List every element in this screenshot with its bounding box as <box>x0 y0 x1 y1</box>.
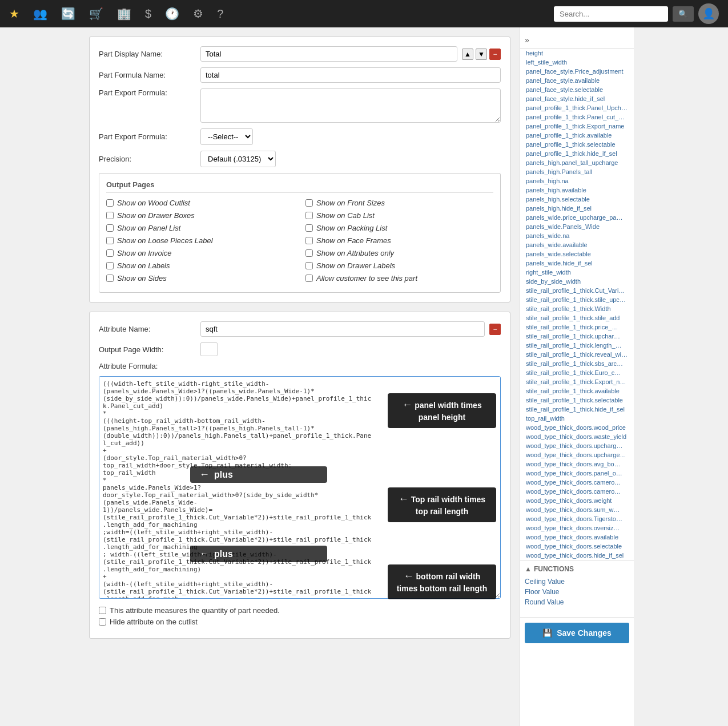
var-srp1-cut-var[interactable]: stile_rail_profile_1_thick.Cut_Variable <box>520 286 634 295</box>
var-panel-face-hide[interactable]: panel_face_style.hide_if_sel <box>520 94 634 103</box>
var-ph-hide[interactable]: panels_high.hide_if_sel <box>520 204 634 213</box>
var-srp1-upcharge-after[interactable]: stile_rail_profile_1_thick.upcharge_afte… <box>520 332 629 341</box>
delete-button[interactable]: − <box>489 49 501 60</box>
attr-delete-button[interactable]: − <box>489 324 501 335</box>
var-wt-hide[interactable]: wood_type_thick_doors.hide_if_sel <box>520 551 634 560</box>
var-srp1-euro-cut[interactable]: stile_rail_profile_1_thick.Euro_cut_vari… <box>520 368 629 377</box>
var-pw-selectable[interactable]: panels_wide.selectable <box>520 249 634 259</box>
var-panel-face-available[interactable]: panel_face_style.available <box>520 76 634 85</box>
var-srp1-add[interactable]: stile_rail_profile_1_thick.stile_add <box>520 313 634 322</box>
save-changes-button[interactable]: 💾 Save Changes <box>525 623 629 643</box>
cb-drawer-boxes[interactable]: Show on Drawer Boxes <box>106 211 294 220</box>
attr-name-input[interactable] <box>200 321 485 337</box>
var-pw-upcharge[interactable]: panels_wide.price_upcharge_panels_wide <box>520 213 629 222</box>
var-wt-oversize[interactable]: wood_type_thick_doors.oversize_price_bf <box>520 523 629 533</box>
nav-help-icon[interactable]: ? <box>217 7 223 21</box>
var-side-by-side[interactable]: side_by_side_width <box>520 277 634 286</box>
var-height[interactable]: height <box>520 49 634 58</box>
cb-drawer-labels[interactable]: Show on Drawer Labels <box>305 261 493 270</box>
sidebar-toggle[interactable]: » <box>520 32 634 49</box>
var-srp1-hide[interactable]: stile_rail_profile_1_thick.hide_if_sel <box>520 405 634 414</box>
var-pp1-export[interactable]: panel_profile_1_thick.Export_name <box>520 122 634 131</box>
var-ph-tall[interactable]: panels_high.Panels_tall <box>520 167 634 176</box>
formula-textarea[interactable]: (((width-left_stile_width-right_stile_wi… <box>99 376 501 599</box>
var-wt-panel-over[interactable]: wood_type_thick_doors.panel_oversize_fo <box>520 469 629 478</box>
var-ph-na[interactable]: panels_high.na <box>520 176 634 185</box>
var-pp1-available[interactable]: panel_profile_1_thick.available <box>520 131 634 140</box>
output-width-input[interactable] <box>200 342 218 356</box>
formula-name-input[interactable] <box>200 67 501 83</box>
var-top-rail[interactable]: top_rail_width <box>520 414 634 423</box>
var-wt-wood-price[interactable]: wood_type_thick_doors.wood_price <box>520 423 634 432</box>
var-right-stile[interactable]: right_stile_width <box>520 268 634 277</box>
var-wt-cameron-stile[interactable]: wood_type_thick_doors.cameron_stile_an <box>520 487 629 496</box>
var-wt-cameron-panel[interactable]: wood_type_thick_doors.cameron_panel_y <box>520 478 629 487</box>
nav-users-icon[interactable]: 👥 <box>33 7 47 21</box>
var-pp1-selectable[interactable]: panel_profile_1_thick.selectable <box>520 140 634 149</box>
nav-clock-icon[interactable]: 🕐 <box>165 7 179 21</box>
var-srp1-price-mult[interactable]: stile_rail_profile_1_thick.price_multipl… <box>520 322 629 332</box>
export-formula-select[interactable]: --Select-- <box>200 128 253 145</box>
search-input[interactable] <box>554 6 668 22</box>
var-wt-available[interactable]: wood_type_thick_doors.available <box>520 533 634 542</box>
cb-labels[interactable]: Show on Labels <box>106 261 294 270</box>
var-pw-wide[interactable]: panels_wide.Panels_Wide <box>520 222 634 231</box>
nav-dollar-icon[interactable]: $ <box>145 7 151 21</box>
nav-favorites-icon[interactable]: ★ <box>9 7 19 21</box>
var-wt-upcharge-per[interactable]: wood_type_thick_doors.upcharge_per_do <box>520 441 629 450</box>
var-ph-available[interactable]: panels_high.available <box>520 185 634 195</box>
var-panel-face-selectable[interactable]: panel_face_style.selectable <box>520 85 634 94</box>
var-srp1-stile-up[interactable]: stile_rail_profile_1_thick.stile_upcharg… <box>520 295 634 304</box>
cb-loose-pieces[interactable]: Show on Loose Pieces Label <box>106 236 294 245</box>
cb-qty-needed[interactable]: This attribute measures the quantity of … <box>99 606 501 615</box>
var-pw-na[interactable]: panels_wide.na <box>520 231 634 240</box>
cb-face-frames[interactable]: Show on Face Frames <box>305 236 493 245</box>
precision-select[interactable]: Default (.03125) <box>200 151 276 167</box>
var-srp1-length-add[interactable]: stile_rail_profile_1_thick.length_add_fo… <box>520 341 629 350</box>
var-wt-tigerstop[interactable]: wood_type_thick_doors.Tigerstop_Export <box>520 514 629 523</box>
var-wt-weight[interactable]: wood_type_thick_doors.weight <box>520 496 634 505</box>
var-pw-hide[interactable]: panels_wide.hide_if_sel <box>520 259 634 268</box>
search-button[interactable]: 🔍 <box>673 6 694 22</box>
nav-settings-icon[interactable]: ⚙ <box>193 7 203 21</box>
ceiling-value-link[interactable]: Ceiling Value <box>525 576 629 587</box>
var-srp1-selectable[interactable]: stile_rail_profile_1_thick.selectable <box>520 396 634 405</box>
var-wt-waste[interactable]: wood_type_thick_doors.waste_yield <box>520 432 634 441</box>
var-pp1-cut-add[interactable]: panel_profile_1_thick.Panel_cut_add <box>520 112 634 122</box>
export-formula-textarea[interactable] <box>200 88 501 123</box>
cb-front-sizes[interactable]: Show on Front Sizes <box>305 199 493 207</box>
var-pw-available[interactable]: panels_wide.available <box>520 240 634 249</box>
var-pp1-upcharge[interactable]: panel_profile_1_thick.Panel_Upcharge <box>520 103 634 112</box>
cb-panel-list[interactable]: Show on Panel List <box>106 224 294 232</box>
move-down-button[interactable]: ▼ <box>476 49 487 60</box>
var-srp1-export[interactable]: stile_rail_profile_1_thick.Export_name <box>520 377 634 386</box>
cb-sides[interactable]: Show on Sides <box>106 274 294 283</box>
var-srp1-width[interactable]: stile_rail_profile_1_thick.Width <box>520 304 634 313</box>
floor-value-link[interactable]: Floor Value <box>525 587 629 597</box>
cb-cab-list[interactable]: Show on Cab List <box>305 211 493 220</box>
var-ph-selectable[interactable]: panels_high.selectable <box>520 195 634 204</box>
cb-wood-cutlist[interactable]: Show on Wood Cutlist <box>106 199 294 207</box>
display-name-input[interactable] <box>200 46 457 62</box>
var-ph-tall-upcharge[interactable]: panels_high.panel_tall_upcharge <box>520 158 634 167</box>
var-wt-selectable[interactable]: wood_type_thick_doors.selectable <box>520 542 634 551</box>
move-up-button[interactable]: ▲ <box>462 49 473 60</box>
cb-attributes-only[interactable]: Show on Attributes only <box>305 249 493 257</box>
var-wt-sum-waste[interactable]: wood_type_thick_doors.sum_waste_yield <box>520 505 629 514</box>
nav-building-icon[interactable]: 🏢 <box>117 7 131 21</box>
var-panel-face-price[interactable]: panel_face_style.Price_adjustment <box>520 67 634 76</box>
var-wt-upcharge-df[interactable]: wood_type_thick_doors.upcharge_df <box>520 450 634 459</box>
avatar[interactable]: 👤 <box>698 3 719 24</box>
var-wt-avg-board[interactable]: wood_type_thick_doors.avg_board_width <box>520 459 629 469</box>
var-pp1-hide[interactable]: panel_profile_1_thick.hide_if_sel <box>520 149 634 158</box>
var-left-stile-width[interactable]: left_stile_width <box>520 58 634 67</box>
cb-packing-list[interactable]: Show on Packing List <box>305 224 493 232</box>
nav-sync-icon[interactable]: 🔄 <box>61 7 75 21</box>
var-srp1-reveal[interactable]: stile_rail_profile_1_thick.reveal_width <box>520 350 634 359</box>
round-value-link[interactable]: Round Value <box>525 597 629 607</box>
var-srp1-sbs-arch[interactable]: stile_rail_profile_1_thick.sbs_arch_add_… <box>520 359 629 368</box>
cb-allow-customer[interactable]: Allow customer to see this part <box>305 274 493 283</box>
nav-cart-icon[interactable]: 🛒 <box>89 7 103 21</box>
cb-invoice[interactable]: Show on Invoice <box>106 249 294 257</box>
cb-hide-cutlist[interactable]: Hide attribute on the cutlist <box>99 618 501 626</box>
